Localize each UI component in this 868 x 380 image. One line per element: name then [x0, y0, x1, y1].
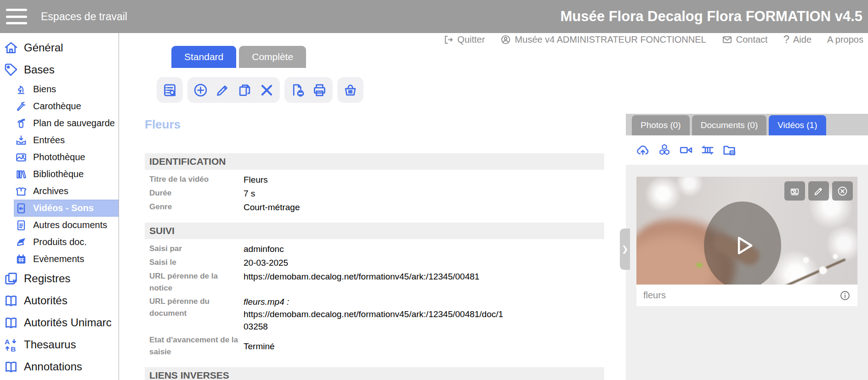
sort-az-icon: AB: [4, 337, 18, 352]
toolbar-group-edit: [187, 77, 280, 103]
hamburger-icon[interactable]: [6, 9, 27, 24]
sidebar-item-autres-documents[interactable]: Autres documents: [14, 217, 119, 234]
media-panel: Photos (0) Documents (0) Vidéos (1): [626, 114, 868, 380]
sidebar-item-bases[interactable]: Bases: [0, 59, 119, 81]
video-footer: fleurs: [636, 285, 857, 306]
add-circle-icon[interactable]: [193, 83, 208, 98]
media-toolbar: [626, 135, 868, 165]
sidebar-item-bibliotheque[interactable]: Bibliothèque: [14, 166, 119, 183]
tab-standard[interactable]: Standard: [171, 46, 236, 68]
open-book-icon: [4, 359, 18, 374]
sidebar-item-evenements[interactable]: Evènements: [14, 251, 119, 268]
field-saisi-par: Saisi par adminfonc: [149, 243, 604, 255]
field-duree: Durée 7 s: [149, 187, 604, 200]
delete-x-icon[interactable]: [259, 83, 274, 98]
document-icon: [15, 219, 27, 231]
tab-photos[interactable]: Photos (0): [632, 115, 690, 135]
list-search-icon[interactable]: [162, 83, 177, 98]
video-card: fleurs: [636, 177, 857, 306]
panel-collapse-handle[interactable]: ❯: [620, 229, 630, 270]
sidebar-item-thesaurus[interactable]: AB Thesaurus: [0, 334, 119, 356]
user-circle-icon: [500, 34, 511, 45]
sidebar-item-videos-sons[interactable]: Vidéos - Sons: [14, 200, 119, 217]
sidebar-item-entrees[interactable]: Entrées: [14, 132, 119, 149]
field-titre: Titre de la vidéo Fleurs: [149, 173, 604, 186]
folder-image-icon[interactable]: [722, 143, 736, 157]
sidebar-item-autorites[interactable]: Autorités: [0, 290, 119, 312]
paper-stack-icon: [15, 236, 27, 248]
play-button[interactable]: [704, 201, 781, 285]
capture-icon: [789, 185, 800, 197]
top-header: Espaces de travail Musée Flora Decalog F…: [0, 0, 868, 33]
record-area: Standard Complète: [119, 46, 626, 380]
sidebar-item-phototheque[interactable]: Photothèque: [14, 149, 119, 166]
envelope-icon: [722, 34, 732, 45]
sidebar-item-autorites-unimarc[interactable]: Autorités Unimarc: [0, 312, 119, 334]
help-button[interactable]: ? Aide: [783, 33, 811, 46]
thumbnail-actions: [784, 181, 853, 201]
contact-button[interactable]: Contact: [722, 34, 768, 45]
sidebar-item-produits-doc[interactable]: Produits doc.: [14, 234, 119, 251]
calendar-icon: [15, 253, 27, 265]
tab-videos[interactable]: Vidéos (1): [769, 115, 826, 135]
upload-icon[interactable]: [636, 143, 650, 157]
svg-text:A: A: [5, 338, 10, 346]
chevron-right-icon: ❯: [621, 244, 628, 254]
document-filename: fleurs.mp4 :: [244, 296, 508, 308]
sidebar-item-annotations[interactable]: Annotations: [0, 356, 119, 378]
about-button[interactable]: A propos: [827, 34, 863, 45]
open-book-icon: [4, 315, 18, 330]
field-saisi-le: Saisi le 20-03-2025: [149, 257, 604, 269]
printer-icon[interactable]: [312, 83, 327, 98]
video-file-icon: [15, 202, 27, 214]
cubes-icon[interactable]: [658, 143, 671, 157]
tab-documents[interactable]: Documents (0): [692, 115, 767, 135]
sidebar-item-carotheque[interactable]: Carothèque: [14, 98, 119, 115]
sidebar-item-biens[interactable]: Biens: [14, 81, 119, 98]
media-panel-column: ❯ Photos (0) Documents (0) Vidéos (1): [626, 46, 868, 380]
record-title: Fleurs: [145, 117, 626, 131]
sidebar-item-archives[interactable]: Archives: [14, 183, 119, 200]
field-url-document: URL pérenne du document fleurs.mp4 : htt…: [149, 296, 604, 333]
inbox-arrow-icon: [15, 134, 27, 146]
record-toolbar: [157, 77, 626, 103]
toolbar-group-search: [157, 77, 183, 103]
edit-pencil-icon: [813, 185, 824, 197]
knight-icon: [15, 84, 27, 95]
video-camera-icon[interactable]: [679, 143, 693, 157]
document-url: https://demobam.decalog.net/formationv45…: [244, 309, 503, 331]
duplicate-icon[interactable]: [237, 83, 252, 98]
sidebar-item-plan-sauvegarde[interactable]: Plan de sauvegarde: [14, 115, 119, 132]
open-book-icon: [4, 293, 18, 308]
record-sections: IDENTIFICATION Titre de la vidéo Fleurs …: [145, 153, 604, 380]
sidebar: Général Bases Biens Carothèque Plan de s…: [0, 33, 119, 380]
remove-circle-icon: [837, 185, 848, 197]
edit-pencil-icon[interactable]: [215, 83, 230, 98]
tab-complete[interactable]: Complète: [239, 46, 306, 68]
video-thumbnail[interactable]: [636, 177, 857, 285]
quit-button[interactable]: Quitter: [443, 34, 485, 45]
fire-extinguisher-icon: [15, 117, 27, 129]
edit-media-button[interactable]: [808, 181, 829, 201]
sidebar-item-general[interactable]: Général: [0, 37, 119, 59]
field-url-notice: URL pérenne de la notice https://demobam…: [149, 270, 604, 294]
books-icon: [15, 168, 27, 180]
sidebar-item-registres[interactable]: Registres: [0, 268, 119, 290]
app-title: Musée Flora Decalog Flora FORMATION v4.5: [561, 8, 862, 25]
top-menubar: Quitter Musée v4 ADMINISTRATEUR FONCTION…: [119, 33, 868, 46]
filmstrip-icon[interactable]: [701, 143, 715, 157]
home-icon: [4, 40, 18, 55]
registers-icon: [4, 271, 18, 286]
core-sample-icon: [15, 101, 27, 112]
capture-button[interactable]: [784, 181, 805, 201]
user-menu[interactable]: Musée v4 ADMINISTRATEUR FONCTIONNEL: [500, 34, 706, 45]
basket-icon[interactable]: [343, 83, 358, 98]
file-print-icon[interactable]: [290, 83, 305, 98]
field-genre: Genre Court-métrage: [149, 201, 604, 213]
info-icon[interactable]: [840, 290, 851, 301]
svg-text:B: B: [11, 345, 16, 352]
archive-box-icon: [15, 185, 27, 197]
remove-media-button[interactable]: [832, 181, 853, 201]
view-tabs: Standard Complète: [171, 46, 626, 68]
field-etat: Etat d'avancement de la saisie Terminé: [149, 334, 604, 358]
